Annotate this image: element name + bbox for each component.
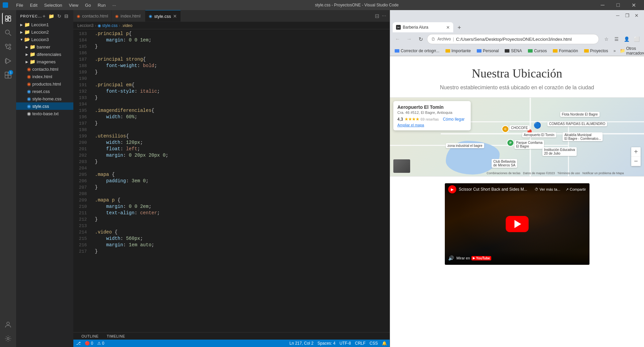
explorer-activity-icon[interactable] <box>2 13 13 24</box>
browser-close-button[interactable]: ✕ <box>632 11 641 20</box>
txt-file-icon: ◉ <box>27 111 31 116</box>
breadcrumb-item[interactable]: Leccion3 <box>77 23 94 28</box>
share-button[interactable]: ↗ Compartir <box>566 187 586 192</box>
search-activity-icon[interactable] <box>2 27 14 38</box>
video-player[interactable]: ▶ Scissor Cut Short Back and Sides M... … <box>445 183 589 265</box>
sidebar-item-texto-base-txt[interactable]: ◉ texto-base.txt <box>16 110 73 117</box>
profile-button[interactable]: 👤 <box>622 34 631 44</box>
new-folder-icon[interactable]: 📁 <box>48 13 55 20</box>
sidebar-item-reset-css[interactable]: ◉ reset.css <box>16 88 73 95</box>
menu-run[interactable]: Run <box>95 2 108 8</box>
street-view-thumbnail[interactable] <box>393 159 410 173</box>
tab-style-css[interactable]: ◉ style.css ✕ <box>145 10 181 22</box>
bookmark-proyectos[interactable]: Proyectos <box>582 48 610 54</box>
forward-button[interactable]: → <box>404 34 414 44</box>
split-editor-icon[interactable]: ⊟ <box>374 12 380 20</box>
sidebar-item-index-html[interactable]: ◉ index.html <box>16 73 73 80</box>
como-llegar-link[interactable]: Cómo llegar <box>443 117 465 122</box>
run-activity-icon[interactable] <box>2 55 14 67</box>
more-actions-icon[interactable]: ··· <box>381 12 387 20</box>
outline-panel-tab[interactable]: OUTLINE <box>77 333 103 340</box>
menu-view[interactable]: View <box>66 2 81 8</box>
map-zoom-out-button[interactable]: − <box>631 157 641 166</box>
sidebar-item-style-css[interactable]: ◉ style.css <box>16 102 73 110</box>
extensions-activity-icon[interactable]: 1 <box>2 69 14 81</box>
bookmarks-more-button[interactable]: » <box>613 49 616 53</box>
map-container[interactable]: 📍 🔵 Aeropuerto El Tomín Cra. 46 #512, El… <box>390 97 644 177</box>
bookmark-corrector[interactable]: Corrector de ortogrr... <box>393 48 441 54</box>
breadcrumb-item[interactable]: ◉ style.css <box>98 23 117 28</box>
sidebar-item-imagenes[interactable]: ▶ 📁 imagenes <box>16 58 73 65</box>
cursor-position[interactable]: Ln 217, Col 2 <box>289 341 313 346</box>
settings-activity-icon[interactable] <box>2 333 14 344</box>
extend-button[interactable]: ⬜ <box>632 34 641 44</box>
address-bar[interactable]: 🗋 Archivo | C:/Users/Sena/Desktop/Proyec… <box>427 34 599 44</box>
warning-count[interactable]: ⚠ 0 <box>97 341 104 346</box>
sidebar-item-productos-html[interactable]: ◉ productos.html <box>16 80 73 88</box>
map-zoom-in-button[interactable]: + <box>631 147 641 157</box>
maximize-button[interactable]: □ <box>610 0 626 10</box>
new-browser-tab-button[interactable]: + <box>455 23 464 32</box>
sidebar-item-contacto-html[interactable]: ◉ contacto.html <box>16 65 73 73</box>
volume-icon[interactable]: 🔊 <box>448 255 454 261</box>
refresh-icon[interactable]: ↻ <box>57 13 62 20</box>
map-rating: 4,3 ★★★★ 69 reseñas Cómo llegar <box>397 117 467 122</box>
sidebar-item-style-home-css[interactable]: ◉ style-home.css <box>16 95 73 102</box>
page-subtitle: Nuestro establecimiento está ubicado en … <box>397 85 637 91</box>
watch-more-button[interactable]: ⏱ Ver más ta... <box>535 187 560 192</box>
map-place-label: Flota Nordeste El Bagre <box>560 112 600 117</box>
browser-restore-button[interactable]: ❐ <box>622 11 632 20</box>
breadcrumb-item[interactable]: .video <box>121 23 132 28</box>
reader-mode-button[interactable]: ☰ <box>612 34 621 44</box>
sidebar-item-leccion1[interactable]: ▶ 📁 Leccion1 <box>16 21 73 28</box>
map-place-label: zona industrial el bagre <box>446 143 484 148</box>
timeline-panel-tab[interactable]: TIMELINE <box>103 333 129 340</box>
browser-tab-barberia[interactable]: ✂ Barberia Alura ✕ <box>393 22 453 32</box>
browser-content[interactable]: Nuestra Ubicación Nuestro establecimient… <box>390 56 644 347</box>
new-file-icon[interactable]: + <box>42 13 46 20</box>
menu-go[interactable]: Go <box>82 2 94 8</box>
sidebar-item-leccion3[interactable]: ▼ 📂 Leccion3 <box>16 36 73 43</box>
browser-minimize-button[interactable]: ─ <box>613 11 622 20</box>
spaces-indicator[interactable]: Spaces: 4 <box>318 341 335 346</box>
video-play-button[interactable] <box>506 216 529 232</box>
error-count[interactable]: 🔴 0 <box>85 341 93 346</box>
code-editor[interactable]: 183184185186 187188189190 191192193194 1… <box>73 29 390 332</box>
bookmark-formacion[interactable]: Formación <box>551 48 580 54</box>
browser-tab-close-button[interactable]: ✕ <box>446 25 450 30</box>
close-button[interactable]: ✕ <box>626 0 641 10</box>
menu-file[interactable]: File <box>13 2 26 8</box>
language-indicator[interactable]: CSS <box>369 341 378 346</box>
other-bookmarks-folder[interactable]: 📁 Otros marcadores <box>618 46 644 56</box>
bookmark-importante[interactable]: Importante <box>443 48 473 54</box>
css-file-icon: ◉ <box>27 96 31 101</box>
notifications-icon[interactable]: 🔔 <box>382 341 387 346</box>
arrow-icon: ▶ <box>24 59 30 64</box>
bookmark-cursos[interactable]: Cursos <box>526 48 549 54</box>
tab-index-html[interactable]: ◉ index.html <box>112 10 145 22</box>
watch-on-youtube[interactable]: Mirar en ▶ YouTube <box>457 256 492 260</box>
minimize-button[interactable]: ─ <box>595 0 610 10</box>
sidebar-item-banner[interactable]: ▶ 📁 banner <box>16 43 73 51</box>
tab-contacto-html[interactable]: ◉ contacto.html <box>73 10 112 22</box>
reload-button[interactable]: ↻ <box>416 34 426 44</box>
menu-edit[interactable]: Edit <box>27 2 40 8</box>
back-button[interactable]: ← <box>393 34 403 44</box>
line-ending-indicator[interactable]: CRLF <box>355 341 365 346</box>
menu-more[interactable]: ··· <box>110 2 119 8</box>
menu-selection[interactable]: Selection <box>41 2 65 8</box>
tab-close-button[interactable]: ✕ <box>173 13 177 19</box>
bookmark-personal[interactable]: Personal <box>475 48 501 54</box>
encoding-indicator[interactable]: UTF-8 <box>339 341 351 346</box>
account-activity-icon[interactable] <box>2 319 14 330</box>
source-control-activity-icon[interactable] <box>2 41 14 53</box>
bookmark-sena[interactable]: SENA <box>503 48 524 54</box>
sidebar-item-diferenciales[interactable]: ▶ 📁 diferenciales <box>16 51 73 58</box>
sidebar-item-leccion2[interactable]: ▶ 📁 Leccion2 <box>16 28 73 36</box>
ampliar-map-link[interactable]: Ampliar el mapa <box>397 123 467 127</box>
map-place-label: Aeropuerto El Tomín <box>522 132 556 137</box>
share-icon: ↗ <box>566 187 569 192</box>
code-content[interactable]: .principal p{ margin: 0 0 1em; } .princi… <box>90 29 387 332</box>
bookmark-star-button[interactable]: ☆ <box>602 34 611 44</box>
collapse-icon[interactable]: ⊟ <box>64 13 69 20</box>
